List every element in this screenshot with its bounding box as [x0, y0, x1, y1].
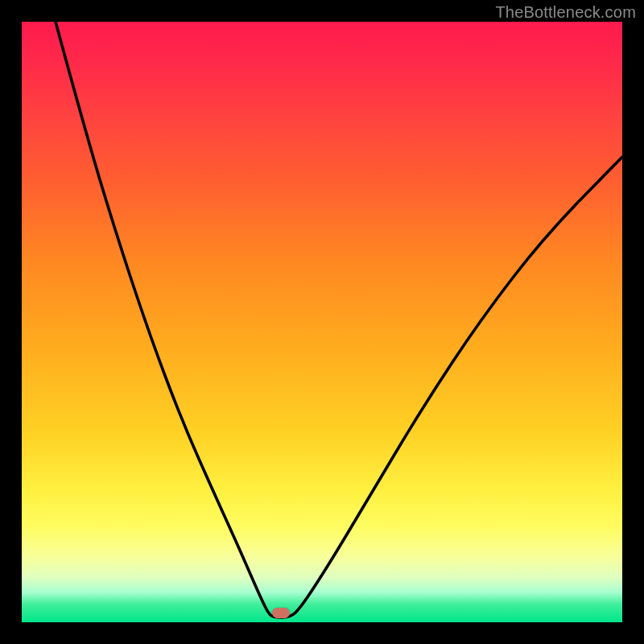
curve-path [56, 22, 622, 617]
plot-area [22, 22, 622, 622]
bottleneck-curve [22, 22, 622, 622]
target-marker [272, 608, 290, 618]
watermark-text: TheBottleneck.com [495, 3, 636, 22]
